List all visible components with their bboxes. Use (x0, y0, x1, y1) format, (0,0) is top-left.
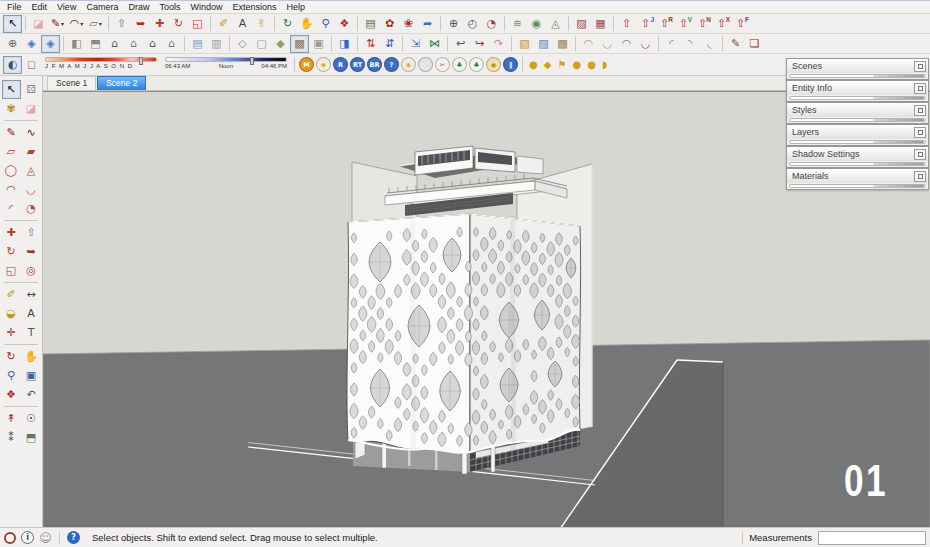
measurements-input[interactable] (818, 531, 926, 545)
menu-window[interactable]: Window (185, 2, 227, 12)
hidden-line-icon[interactable]: ▢ (252, 35, 271, 53)
zoom-window-tool[interactable]: ▣ (22, 366, 41, 385)
move-tool[interactable]: ✚ (2, 223, 21, 242)
scale-tool[interactable]: ◱ (2, 261, 21, 280)
menu-draw[interactable]: Draw (123, 2, 154, 12)
loft-along-path-icon[interactable]: ◡ (598, 35, 617, 53)
soap-bubble-icon[interactable]: ▨ (534, 35, 553, 53)
paint-bucket-tool[interactable]: ✌ (252, 15, 271, 33)
soap-mesh-icon[interactable]: ▩ (553, 35, 572, 53)
dimension-tool[interactable]: ↔ (22, 285, 41, 304)
menu-edit[interactable]: Edit (27, 2, 53, 12)
sphere-button[interactable] (418, 57, 433, 72)
rotate-tool[interactable]: ↻ (169, 15, 188, 33)
text-tool[interactable]: A (233, 15, 252, 33)
protractor-tool[interactable]: ◒ (2, 304, 21, 323)
share-model-icon[interactable]: ➦ (418, 15, 437, 33)
jpp-joint-icon[interactable]: ⇧J (636, 15, 655, 33)
user-status-icon[interactable]: ☺ (39, 531, 52, 544)
view-top-icon[interactable]: ⬒ (86, 35, 105, 53)
shadows-dialog-icon[interactable]: ◻ (22, 56, 41, 74)
paint-bucket-tool[interactable]: ✾ (2, 99, 21, 118)
walk-tool[interactable]: ⁑ (2, 428, 21, 447)
rectangle-tool[interactable]: ▱ (2, 142, 21, 161)
fog-tag-button[interactable]: ◈ (401, 57, 416, 72)
zoom-extents-tool[interactable]: ❖ (335, 15, 354, 33)
menu-extensions[interactable]: Extensions (227, 2, 281, 12)
shaded-textures-icon[interactable]: ▩ (290, 35, 309, 53)
view-back-icon[interactable]: ⌂ (124, 35, 143, 53)
menu-tools[interactable]: Tools (154, 2, 185, 12)
section-display-toggle[interactable]: ◈ (22, 35, 41, 53)
material-tag-button[interactable]: ◈ (316, 57, 331, 72)
gold-wedge-icon[interactable]: ◗ (602, 59, 607, 70)
arc-tool[interactable]: ◠ (2, 180, 21, 199)
panel-shadow-settings-titlebar[interactable]: Shadow Settings (787, 147, 928, 161)
shadow-date-slider-thumb[interactable] (139, 57, 143, 65)
loft-mix-icon[interactable]: ◡ (636, 35, 655, 53)
select-tool[interactable]: ↖ (2, 80, 21, 99)
vegetation-button-1[interactable]: ♣ (452, 57, 467, 72)
sandbox-smoove-icon[interactable]: ◉ (527, 15, 546, 33)
render-help-button[interactable]: ? (384, 57, 399, 72)
section-plane-tool[interactable]: ⬒ (22, 428, 41, 447)
section-cut-toggle[interactable]: ◈ (41, 35, 60, 53)
loft-spline-icon[interactable]: ◠ (579, 35, 598, 53)
batch-render-button[interactable]: BR (367, 57, 382, 72)
scene-tab-1[interactable]: Scene 1 (47, 76, 96, 90)
menu-camera[interactable]: Camera (81, 2, 123, 12)
wireframe-icon[interactable]: ◇ (233, 35, 252, 53)
render-tray-button[interactable]: RT (350, 57, 365, 72)
shadow-date-icon[interactable]: ◔ (482, 15, 501, 33)
view-left-icon[interactable]: ⌂ (143, 35, 162, 53)
push-pull-tool[interactable]: ⇧ (22, 223, 41, 242)
soap-skin-icon[interactable]: ▧ (515, 35, 534, 53)
axes-tool[interactable]: ✛ (2, 323, 21, 342)
scissors-button[interactable]: ✂ (435, 57, 450, 72)
panel-scenes-titlebar[interactable]: Scenes (787, 59, 928, 73)
eraser-tool[interactable]: ◪ (29, 15, 48, 33)
gold-sphere-icon[interactable]: ● (529, 59, 538, 70)
push-pull-tool[interactable]: ⇧ (112, 15, 131, 33)
eraser-tool[interactable]: ◪ (22, 99, 41, 118)
skin-contours-icon[interactable]: ◠ (617, 35, 636, 53)
text-tool[interactable]: A (22, 304, 41, 323)
rectangle-tool[interactable]: ▱▾ (86, 15, 105, 33)
jpp-follow-icon[interactable]: ⇧F (731, 15, 750, 33)
shaded-icon[interactable]: ◆ (271, 35, 290, 53)
mirror-icon[interactable]: ⋈ (425, 35, 444, 53)
weld-icon[interactable]: ✿ (380, 15, 399, 33)
pause-button[interactable]: ‖ (503, 57, 518, 72)
look-around-tool[interactable]: ☉ (22, 409, 41, 428)
pan-tool[interactable]: ✋ (22, 347, 41, 366)
gold-coin-icon-2[interactable]: ● (587, 59, 596, 70)
3d-text-tool[interactable]: T (22, 323, 41, 342)
export-image-icon[interactable]: ▤ (361, 15, 380, 33)
shadow-date-slider[interactable]: J F M A M J J A S O N D (45, 57, 157, 73)
mesh-grid-icon[interactable]: ▦ (591, 15, 610, 33)
rotate-tool[interactable]: ↻ (2, 242, 21, 261)
polygon-tool[interactable]: ◬ (22, 161, 41, 180)
panel-entity-info-titlebar[interactable]: Entity Info (787, 81, 928, 95)
bend-left-icon[interactable]: ↩ (451, 35, 470, 53)
panel-styles-titlebar[interactable]: Styles (787, 103, 928, 117)
gold-pin-icon[interactable]: ◆ (544, 59, 552, 70)
panel-materials-titlebar[interactable]: Materials (787, 169, 928, 183)
compass-button[interactable]: ◉ (486, 57, 501, 72)
menu-file[interactable]: File (2, 2, 27, 12)
menu-view[interactable]: View (52, 2, 81, 12)
pan-tool[interactable]: ✋ (297, 15, 316, 33)
jpp-vector-icon[interactable]: ⇧V (674, 15, 693, 33)
swap-down-icon[interactable]: ⇵ (380, 35, 399, 53)
tape-measure-tool[interactable]: ✐ (214, 15, 233, 33)
panel-layers-titlebar[interactable]: Layers (787, 125, 928, 139)
zoom-extents-tool[interactable]: ❖ (2, 385, 21, 404)
zoom-tool[interactable]: ⚲ (316, 15, 335, 33)
move-tool[interactable]: ✚ (150, 15, 169, 33)
badge-m-button[interactable]: M (299, 57, 314, 72)
gold-coin-icon-1[interactable]: ● (572, 59, 581, 70)
credits-status-icon[interactable]: i (21, 531, 34, 544)
shadow-time-slider-thumb[interactable] (250, 57, 254, 65)
tools-on-surface-icon[interactable]: ✎ (726, 35, 745, 53)
panel-scenes-collapse-button[interactable] (914, 61, 926, 72)
